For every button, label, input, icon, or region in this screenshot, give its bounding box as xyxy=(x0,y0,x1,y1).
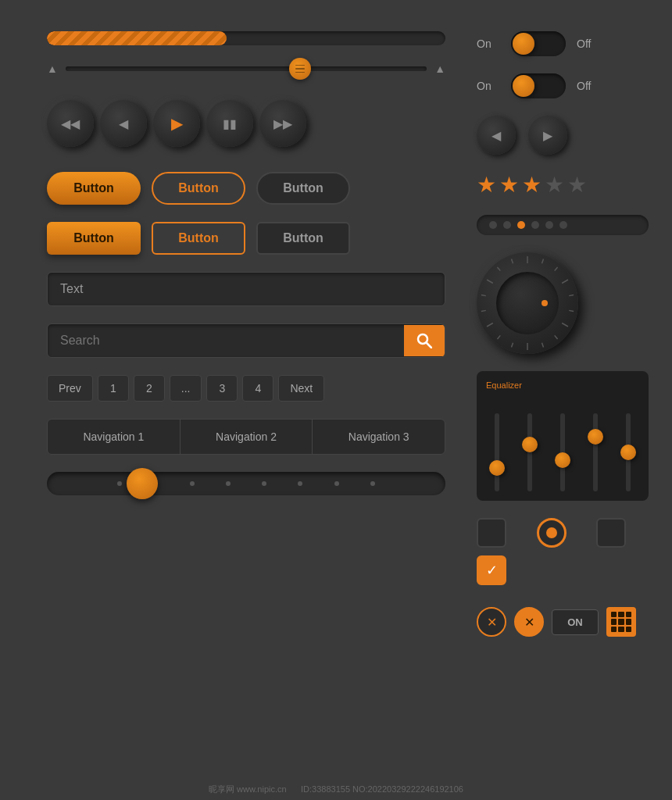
pagination-prev[interactable]: Prev xyxy=(47,375,93,402)
eq-channel-1 xyxy=(486,413,508,491)
ctrl-empty-square[interactable] xyxy=(477,518,506,548)
volume-high-icon: ▲ xyxy=(434,62,445,75)
svg-line-5 xyxy=(562,280,568,284)
media-pause-btn[interactable]: ▮▮ xyxy=(206,100,253,147)
eq-track-4[interactable] xyxy=(593,413,598,491)
button-dark-pill[interactable]: Button xyxy=(256,172,350,205)
volume-low-icon: ▲ xyxy=(47,62,58,75)
media-rewind-btn[interactable]: ◀ xyxy=(100,100,147,147)
progress-bar-container xyxy=(47,31,445,45)
eq-channel-5 xyxy=(617,413,639,491)
volume-slider-track[interactable] xyxy=(66,66,427,71)
eq-track-2[interactable] xyxy=(527,413,532,491)
media-prev-btn[interactable]: ◀◀ xyxy=(47,100,94,147)
star-2[interactable]: ★ xyxy=(499,172,519,198)
toggle-row-1: On Off xyxy=(477,31,649,56)
toggle-knob-2 xyxy=(513,75,534,97)
dot-1[interactable] xyxy=(489,221,497,229)
pagination-page-4[interactable]: 4 xyxy=(242,375,273,402)
button-dark-rect[interactable]: Button xyxy=(256,222,350,255)
eq-track-1[interactable] xyxy=(495,413,499,491)
svg-line-16 xyxy=(481,295,486,296)
dot-2[interactable] xyxy=(503,221,511,229)
search-input[interactable] xyxy=(48,324,404,357)
eq-thumb-3[interactable] xyxy=(555,452,570,468)
star-1[interactable]: ★ xyxy=(477,172,496,198)
pagination: Prev 1 2 ... 3 4 Next xyxy=(47,375,445,402)
pagination-next[interactable]: Next xyxy=(278,375,324,402)
ctrl-on-button[interactable]: ON xyxy=(552,609,599,635)
button-orange-outline-pill[interactable]: Button xyxy=(152,172,245,205)
eq-channel-2 xyxy=(519,413,541,491)
toggle2-on-label: On xyxy=(477,80,500,92)
pagination-ellipsis: ... xyxy=(170,375,202,402)
controls-row-2: ✕ ✕ ON xyxy=(477,607,649,637)
svg-line-13 xyxy=(497,335,500,339)
eq-thumb-5[interactable] xyxy=(620,445,636,460)
knob-outer[interactable] xyxy=(477,252,578,354)
watermark: 昵享网 www.nipic.cn ID:33883155 NO:20220329… xyxy=(0,784,672,795)
nav-tab-3[interactable]: Navigation 3 xyxy=(313,420,445,454)
pagination-page-3[interactable]: 3 xyxy=(206,375,238,402)
eq-thumb-1[interactable] xyxy=(489,460,505,476)
dot-4[interactable] xyxy=(531,221,539,229)
ctrl-radio-selected[interactable] xyxy=(537,518,567,548)
svg-line-4 xyxy=(555,267,558,271)
toggle1-on-label: On xyxy=(477,38,500,50)
star-4[interactable]: ★ xyxy=(545,172,564,198)
toggle-switch-2[interactable] xyxy=(511,73,566,98)
text-input[interactable] xyxy=(47,272,445,306)
svg-line-19 xyxy=(511,259,513,264)
ctrl-x-filled[interactable]: ✕ xyxy=(514,607,544,637)
equalizer-label: Equalizer xyxy=(486,380,639,390)
star-3[interactable]: ★ xyxy=(522,172,542,198)
dot-6[interactable] xyxy=(559,221,567,229)
nav-arrow-left[interactable]: ◀ xyxy=(477,116,516,155)
nav-arrow-right[interactable]: ▶ xyxy=(528,116,567,155)
search-row xyxy=(47,323,445,358)
ctrl-checkbox-checked[interactable]: ✓ xyxy=(477,555,506,585)
bottom-slider-track[interactable] xyxy=(47,472,445,495)
progress-bar-fill xyxy=(47,31,227,45)
toggle-knob-1 xyxy=(513,33,534,55)
eq-thumb-4[interactable] xyxy=(588,429,603,445)
ctrl-x-empty[interactable]: ✕ xyxy=(477,607,506,637)
navigation-tabs: Navigation 1 Navigation 2 Navigation 3 xyxy=(47,419,445,455)
button-orange-outline-rect[interactable]: Button xyxy=(152,222,245,255)
bottom-slider-thumb[interactable] xyxy=(127,468,158,499)
search-button[interactable] xyxy=(404,325,445,356)
nav-tab-2[interactable]: Navigation 2 xyxy=(181,420,313,454)
toggle2-off-label: Off xyxy=(577,80,600,92)
eq-channel-3 xyxy=(552,413,574,491)
volume-slider-row: ▲ ▲ xyxy=(47,62,445,75)
button-orange-rect-1[interactable]: Button xyxy=(47,222,141,255)
eq-thumb-2[interactable] xyxy=(522,437,538,452)
buttons-row-1: Button Button Button xyxy=(47,172,445,205)
button-orange-pill-1[interactable]: Button xyxy=(47,172,141,205)
volume-slider-thumb[interactable] xyxy=(289,58,311,80)
media-next-btn[interactable]: ▶▶ xyxy=(259,100,306,147)
right-column: On Off On Off ◀ ▶ ★ ★ ★ ★ ★ xyxy=(477,31,649,637)
svg-line-1 xyxy=(427,343,431,348)
pagination-page-2[interactable]: 2 xyxy=(134,375,165,402)
svg-line-6 xyxy=(569,295,574,296)
dot-3[interactable] xyxy=(517,221,525,229)
svg-line-10 xyxy=(542,343,543,348)
equalizer-sliders xyxy=(486,398,639,491)
svg-line-18 xyxy=(497,267,500,271)
toggle-row-2: On Off xyxy=(477,73,649,98)
toggle-switch-1[interactable] xyxy=(511,31,566,56)
ctrl-dark-square[interactable] xyxy=(596,518,626,548)
ctrl-grid-icon[interactable] xyxy=(606,607,636,637)
svg-line-14 xyxy=(487,323,493,327)
watermark-left: 昵享网 www.nipic.cn xyxy=(209,784,287,794)
eq-track-5[interactable] xyxy=(626,413,631,491)
buttons-row-2: Button Button Button xyxy=(47,222,445,255)
nav-tab-1[interactable]: Navigation 1 xyxy=(48,420,181,454)
pagination-page-1[interactable]: 1 xyxy=(98,375,129,402)
dot-5[interactable] xyxy=(545,221,553,229)
media-controls: ◀◀ ◀ ▶ ▮▮ ▶▶ xyxy=(47,92,445,155)
eq-track-3[interactable] xyxy=(560,413,565,491)
media-play-btn[interactable]: ▶ xyxy=(153,100,200,147)
star-5[interactable]: ★ xyxy=(567,172,587,198)
